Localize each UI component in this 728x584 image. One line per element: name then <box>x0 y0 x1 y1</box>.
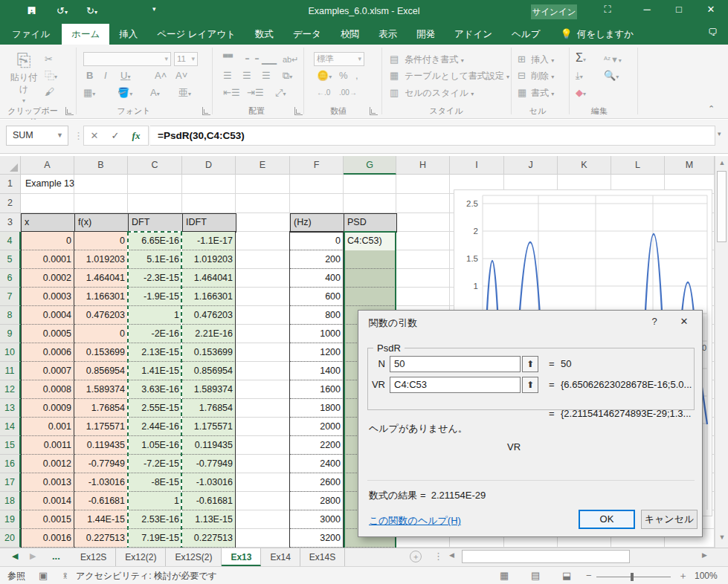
zoom-slider-thumb[interactable] <box>631 573 634 581</box>
sheet-tab-Ex12S[interactable]: Ex12S <box>71 548 116 566</box>
column-header-C[interactable]: C <box>128 156 182 175</box>
column-header-E[interactable]: E <box>236 156 290 175</box>
cell-C8[interactable]: 1 <box>128 306 182 325</box>
row-header-3[interactable]: 3 <box>0 213 21 232</box>
column-header-I[interactable]: I <box>450 156 504 175</box>
page-break-view-icon[interactable]: ⬓ <box>562 570 571 582</box>
cell-D14[interactable]: 1.175571 <box>182 418 236 436</box>
cell-F20[interactable]: 3200 <box>290 529 344 548</box>
cell-B9[interactable]: 0 <box>74 325 128 343</box>
cell-C12[interactable]: 3.63E-16 <box>128 380 182 399</box>
cell-A20[interactable]: 0.0016 <box>21 529 74 548</box>
cell-C14[interactable]: 2.44E-16 <box>128 418 182 436</box>
page-layout-view-icon[interactable]: ▤ <box>531 570 540 582</box>
cell-A1[interactable]: Example 13 <box>22 175 134 194</box>
cell-B14[interactable]: 1.175571 <box>74 418 128 436</box>
cancel-button[interactable]: キャンセル <box>641 510 698 529</box>
cell-D5[interactable]: 1.019203 <box>182 250 236 269</box>
cell-F9[interactable]: 1000 <box>290 325 344 343</box>
row-header-4[interactable]: 4 <box>0 232 21 250</box>
arg-n-input[interactable]: 50 <box>390 356 521 372</box>
horizontal-scroll-thumb[interactable] <box>462 550 630 563</box>
row-header-14[interactable]: 14 <box>0 418 21 436</box>
arg-n-range-selector-icon[interactable]: ⬆ <box>522 356 538 372</box>
sheet-next-icon[interactable]: ▶ <box>30 551 36 561</box>
vertical-scrollbar[interactable]: ▲ ▼ <box>715 156 728 548</box>
row-header-15[interactable]: 15 <box>0 436 21 455</box>
row-header-20[interactable]: 20 <box>0 529 21 548</box>
cell-F4[interactable]: 0 <box>290 232 344 250</box>
cell-F14[interactable]: 2000 <box>290 418 344 436</box>
arg-vr-input[interactable]: C4:C53 <box>390 377 521 393</box>
cell-D15[interactable]: 0.119435 <box>182 436 236 455</box>
sheet-tab-overflow[interactable]: ... <box>52 548 60 565</box>
cell-C18[interactable]: 1 <box>128 492 182 510</box>
cell-A9[interactable]: 0.0005 <box>21 325 74 343</box>
vertical-scroll-thumb[interactable] <box>717 171 727 242</box>
cell-A5[interactable]: 0.0001 <box>21 250 74 269</box>
cell-F6[interactable]: 400 <box>290 269 344 288</box>
row-header-5[interactable]: 5 <box>0 250 21 269</box>
cell-D6[interactable]: 1.464041 <box>182 269 236 288</box>
column-header-H[interactable]: H <box>396 156 450 175</box>
new-sheet-icon[interactable]: ＋ <box>410 551 422 562</box>
dialog-close-icon[interactable]: ✕ <box>677 315 692 328</box>
row-header-19[interactable]: 19 <box>0 510 21 529</box>
cell-A3[interactable]: x <box>21 213 75 233</box>
cell-B15[interactable]: 0.119435 <box>74 436 128 455</box>
cell-A7[interactable]: 0.0003 <box>21 288 74 306</box>
arg-vr-range-selector-icon[interactable]: ⬆ <box>522 377 538 393</box>
cell-D4[interactable]: -1.1E-17 <box>182 232 236 250</box>
cell-C4[interactable]: 6.65E-16 <box>128 232 182 250</box>
cell-F8[interactable]: 800 <box>290 306 344 325</box>
cell-A16[interactable]: 0.0012 <box>21 455 74 473</box>
sheet-tab-Ex13[interactable]: Ex13 <box>222 548 261 566</box>
row-header-6[interactable]: 6 <box>0 269 21 288</box>
cell-D17[interactable]: -1.03016 <box>182 473 236 492</box>
column-header-J[interactable]: J <box>504 156 558 175</box>
column-header-K[interactable]: K <box>558 156 611 175</box>
column-header-G[interactable]: G <box>344 156 396 175</box>
cell-B18[interactable]: -0.61681 <box>74 492 128 510</box>
column-header-M[interactable]: M <box>665 156 715 175</box>
cell-A14[interactable]: 0.001 <box>21 418 74 436</box>
cell-F7[interactable]: 600 <box>290 288 344 306</box>
cell-F3[interactable]: (Hz) <box>290 213 344 233</box>
row-header-13[interactable]: 13 <box>0 399 21 418</box>
cell-B5[interactable]: 1.019203 <box>74 250 128 269</box>
row-header-1[interactable]: 1 <box>0 175 21 194</box>
cell-A12[interactable]: 0.0008 <box>21 380 74 399</box>
cell-F15[interactable]: 2200 <box>290 436 344 455</box>
select-all-corner[interactable] <box>0 156 21 175</box>
zoom-in-icon[interactable]: ＋ <box>678 570 688 582</box>
sheet-prev-icon[interactable]: ◀ <box>12 551 18 561</box>
row-header-2[interactable]: 2 <box>0 194 21 213</box>
cell-A17[interactable]: 0.0013 <box>21 473 74 492</box>
cell-B4[interactable]: 0 <box>74 232 128 250</box>
cell-F17[interactable]: 2600 <box>290 473 344 492</box>
row-header-17[interactable]: 17 <box>0 473 21 492</box>
column-header-L[interactable]: L <box>611 156 665 175</box>
row-header-8[interactable]: 8 <box>0 306 21 325</box>
cell-B6[interactable]: 1.464041 <box>74 269 128 288</box>
sheet-tab-Ex14S[interactable]: Ex14S <box>300 548 345 566</box>
zoom-slider-track[interactable] <box>596 577 671 577</box>
cell-F11[interactable]: 1400 <box>290 362 344 380</box>
column-header-B[interactable]: B <box>74 156 128 175</box>
cell-D7[interactable]: 1.166301 <box>182 288 236 306</box>
cell-C3[interactable]: DFT <box>128 213 183 233</box>
cell-C5[interactable]: 5.1E-16 <box>128 250 182 269</box>
cell-A10[interactable]: 0.0006 <box>21 343 74 362</box>
cell-G3[interactable]: PSD <box>344 213 397 233</box>
column-header-A[interactable]: A <box>21 156 74 175</box>
cell-F19[interactable]: 3000 <box>290 510 344 529</box>
macro-record-icon[interactable]: ▣ <box>39 570 48 582</box>
cell-B16[interactable]: -0.77949 <box>74 455 128 473</box>
cell-F18[interactable]: 2800 <box>290 492 344 510</box>
cell-D13[interactable]: 1.76854 <box>182 399 236 418</box>
row-header-9[interactable]: 9 <box>0 325 21 343</box>
cell-A8[interactable]: 0.0004 <box>21 306 74 325</box>
sheet-tab-Ex12(2)[interactable]: Ex12(2) <box>116 548 166 566</box>
cell-D19[interactable]: 1.13E-15 <box>182 510 236 529</box>
function-arguments-dialog[interactable]: 関数の引数 ? ✕ PsdR N 50 ⬆ = 50 VR C4:C53 ⬆ =… <box>358 310 703 537</box>
